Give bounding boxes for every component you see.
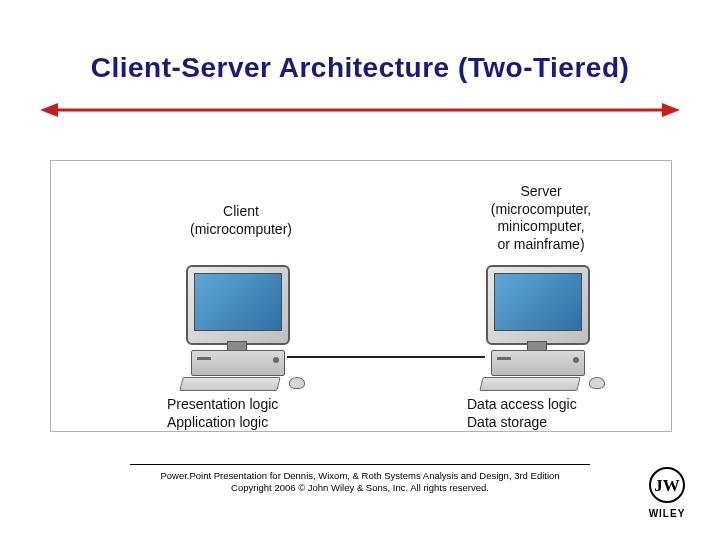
server-logic-line2: Data storage	[467, 414, 547, 430]
page-title: Client-Server Architecture (Two-Tiered)	[0, 52, 720, 84]
keyboard-icon	[179, 377, 280, 391]
svg-text:JW: JW	[654, 476, 680, 495]
monitor-icon	[186, 265, 290, 345]
server-logic-line1: Data access logic	[467, 396, 577, 412]
client-caption-line2: (microcomputer)	[190, 221, 292, 237]
monitor-icon	[486, 265, 590, 345]
client-caption: Client (microcomputer)	[171, 203, 311, 238]
client-computer-icon	[161, 265, 311, 385]
server-caption-line2: (microcomputer,	[491, 201, 591, 217]
svg-marker-1	[40, 103, 58, 117]
server-caption: Server (microcomputer, minicomputer, or …	[461, 183, 621, 253]
client-logic-line2: Application logic	[167, 414, 268, 430]
server-caption-line4: or mainframe)	[497, 236, 584, 252]
power-button-icon	[273, 357, 279, 363]
client-caption-line1: Client	[223, 203, 259, 219]
server-computer-icon	[461, 265, 611, 385]
screen-icon	[494, 273, 582, 331]
wiley-mark-icon: JW	[646, 464, 688, 506]
connection-line-icon	[287, 356, 485, 358]
footer-divider	[130, 464, 590, 465]
desktop-case-icon	[491, 350, 585, 376]
divider-arrow-icon	[40, 100, 680, 120]
slide: Client-Server Architecture (Two-Tiered) …	[0, 0, 720, 540]
keyboard-icon	[479, 377, 580, 391]
server-logic: Data access logic Data storage	[467, 395, 577, 431]
diagram-frame: Client (microcomputer) Server (microcomp…	[50, 160, 672, 432]
client-logic-line1: Presentation logic	[167, 396, 278, 412]
wiley-brand-text: WILEY	[632, 508, 702, 519]
footer-line1: Power.Point Presentation for Dennis, Wix…	[160, 470, 559, 481]
screen-icon	[194, 273, 282, 331]
server-caption-line3: minicomputer,	[497, 218, 584, 234]
svg-marker-2	[662, 103, 680, 117]
mouse-icon	[289, 377, 305, 389]
drive-slot-icon	[197, 357, 211, 360]
drive-slot-icon	[497, 357, 511, 360]
footer-line2: Copyright 2006 © John Wiley & Sons, Inc.…	[231, 482, 489, 493]
mouse-icon	[589, 377, 605, 389]
power-button-icon	[573, 357, 579, 363]
wiley-logo: JW WILEY	[632, 464, 702, 522]
footer-text: Power.Point Presentation for Dennis, Wix…	[130, 470, 590, 494]
server-caption-line1: Server	[520, 183, 561, 199]
desktop-case-icon	[191, 350, 285, 376]
client-logic: Presentation logic Application logic	[167, 395, 278, 431]
